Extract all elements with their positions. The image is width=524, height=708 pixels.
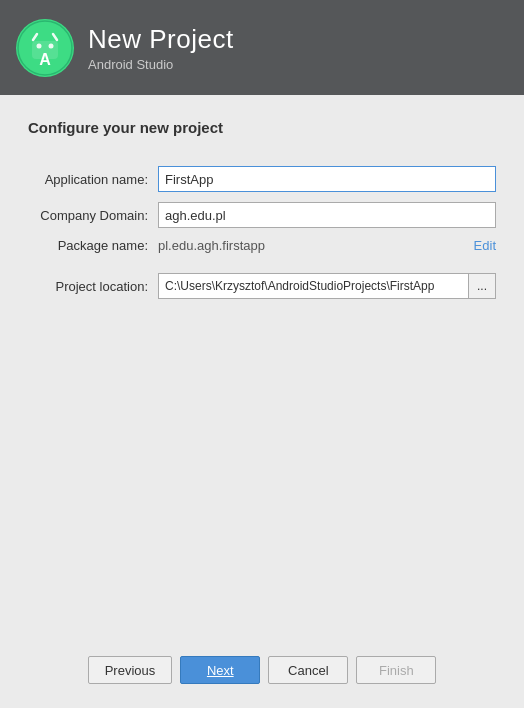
footer-buttons: Previous Next Cancel Finish: [28, 646, 496, 692]
package-name-value: pl.edu.agh.firstapp: [158, 238, 265, 253]
app-subtitle: Android Studio: [88, 57, 234, 72]
header: A New Project Android Studio: [0, 0, 524, 95]
project-location-input-wrap: ...: [158, 273, 496, 299]
main-content: Configure your new project Application n…: [0, 95, 524, 708]
project-location-input[interactable]: [158, 273, 468, 299]
next-button[interactable]: Next: [180, 656, 260, 684]
company-domain-row: Company Domain:: [28, 202, 496, 228]
svg-point-4: [37, 43, 42, 48]
app-title: New Project: [88, 24, 234, 55]
finish-button[interactable]: Finish: [356, 656, 436, 684]
app-name-input[interactable]: [158, 166, 496, 192]
package-name-label: Package name:: [28, 238, 158, 253]
app-name-label: Application name:: [28, 172, 158, 187]
svg-point-5: [49, 43, 54, 48]
previous-button[interactable]: Previous: [88, 656, 173, 684]
package-name-row: Package name: pl.edu.agh.firstapp Edit: [28, 238, 496, 253]
header-text: New Project Android Studio: [88, 24, 234, 72]
next-button-label: Next: [207, 663, 234, 678]
cancel-button[interactable]: Cancel: [268, 656, 348, 684]
project-location-label: Project location:: [28, 279, 158, 294]
svg-text:A: A: [39, 51, 51, 68]
form-area: Application name: Company Domain: Packag…: [28, 166, 496, 646]
android-studio-logo-icon: A: [16, 19, 74, 77]
app-name-row: Application name:: [28, 166, 496, 192]
section-title: Configure your new project: [28, 119, 496, 136]
project-location-row: Project location: ...: [28, 273, 496, 299]
browse-button[interactable]: ...: [468, 273, 496, 299]
company-domain-label: Company Domain:: [28, 208, 158, 223]
edit-package-link[interactable]: Edit: [474, 238, 496, 253]
company-domain-input[interactable]: [158, 202, 496, 228]
